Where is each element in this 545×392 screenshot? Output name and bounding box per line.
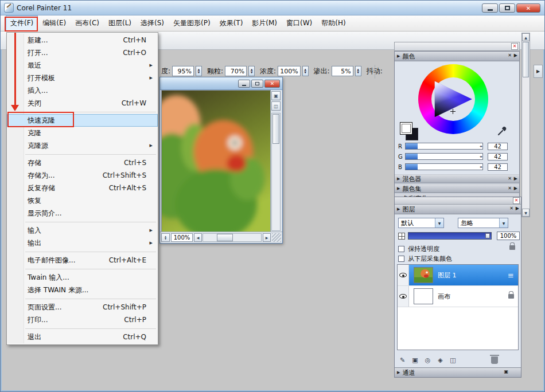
dock-scroll-down-button[interactable]: ▼ <box>522 209 530 217</box>
green-value[interactable]: 42 <box>488 153 508 160</box>
menu-item-acquire[interactable]: 输入▶ <box>7 224 158 237</box>
opacity-value[interactable]: 95% <box>172 66 194 76</box>
red-slider-arrows-icon[interactable]: ◂▸ <box>480 144 482 148</box>
composite-depth-select[interactable]: 忽略 ▼ <box>458 218 508 228</box>
menubar-item-shapes[interactable]: 矢量图形(P) <box>169 15 215 31</box>
hue-ring[interactable] <box>418 64 488 134</box>
grain-value[interactable]: 70% <box>225 66 247 76</box>
blue-value[interactable]: 42 <box>488 163 508 171</box>
channels-chevron-icon[interactable]: ▶ <box>397 370 400 375</box>
menu-item-recent[interactable]: 最近▶ <box>7 59 158 72</box>
menu-item-clone[interactable]: 克隆 <box>7 127 158 139</box>
layer-opacity-value[interactable]: 100% <box>497 232 520 240</box>
layers-menu-icon[interactable]: ▶ <box>516 206 519 211</box>
menu-item-get-info[interactable]: 显示简介... <box>7 207 158 219</box>
new-watercolor-layer-icon[interactable]: ◎ <box>423 356 432 364</box>
doc-horizontal-scroll-thumb[interactable] <box>217 234 233 241</box>
blue-slider[interactable]: ◂▸ <box>405 163 483 170</box>
menu-item-close[interactable]: 关闭Ctrl+W <box>7 97 158 109</box>
menu-item-save[interactable]: 存储Ctrl+S <box>7 156 158 169</box>
menu-item-print[interactable]: 打印...Ctrl+P <box>7 313 158 326</box>
color-marker-icon[interactable] <box>450 109 456 114</box>
color-set-menu-icon[interactable]: ▶ <box>514 186 517 191</box>
main-color-swatch[interactable] <box>400 122 412 135</box>
red-value[interactable]: 42 <box>488 143 508 150</box>
doc-vertical-scrollbar[interactable] <box>271 113 281 231</box>
composite-method-dropdown-icon[interactable]: ▼ <box>435 218 443 228</box>
doc-maximize-button[interactable] <box>251 80 263 88</box>
zoom-level[interactable]: 100% <box>171 233 193 242</box>
dock-scrollbar[interactable]: ▲ ▼ <box>521 33 530 217</box>
mixer-panel-header[interactable]: ▶ 混色器 ✕▶ <box>395 174 519 183</box>
layer1-visibility-toggle[interactable] <box>398 265 409 285</box>
opacity-spinner[interactable]: ▲▼ <box>196 66 202 76</box>
green-slider-arrows-icon[interactable]: ◂▸ <box>480 154 482 158</box>
menu-item-export[interactable]: 输出▶ <box>7 237 158 249</box>
menubar-item-effects[interactable]: 效果(T) <box>215 15 248 31</box>
layers-chevron-icon[interactable]: ▶ <box>397 207 400 211</box>
composite-method-select[interactable]: 默认 ▼ <box>398 218 444 228</box>
menu-item-page-setup[interactable]: 页面设置...Ctrl+Shift+P <box>7 301 158 313</box>
dock-scroll-thumb[interactable] <box>523 42 529 77</box>
menu-item-select-twain-source[interactable]: 选择 TWAIN 来源... <box>7 284 158 296</box>
layers-palette-strip[interactable]: ✕ <box>395 197 521 205</box>
bleed-spinner[interactable]: ▲▼ <box>355 66 361 76</box>
layer-row-canvas[interactable]: 画布 <box>398 286 518 307</box>
resize-grip[interactable] <box>272 233 281 242</box>
dock-scroll-up-button[interactable]: ▲ <box>522 33 530 41</box>
channels-panel-header[interactable]: ▶ 通道 ▣ <box>395 367 521 377</box>
resat-spinner[interactable]: ▲▼ <box>302 66 309 76</box>
doc-drawer-button-1[interactable]: ▣ <box>271 91 281 100</box>
document-titlebar[interactable]: ✕ <box>160 77 282 90</box>
color-set-panel-header[interactable]: ▶ 颜色集 ✕▶ <box>395 184 519 193</box>
menubar-item-select[interactable]: 选择(S) <box>136 15 169 31</box>
zoom-spinner[interactable]: ▲▼ <box>161 233 170 242</box>
doc-close-button[interactable]: ✕ <box>264 80 280 88</box>
dynamic-plugins-icon[interactable]: ✎ <box>398 356 407 364</box>
channels-box-icon[interactable]: ▣ <box>504 369 508 374</box>
menubar-item-movie[interactable]: 影片(M) <box>247 15 282 31</box>
menu-item-twain-acquire[interactable]: Twain 输入... <box>7 271 158 284</box>
pickup-color-checkbox[interactable] <box>398 256 404 262</box>
delete-layer-trash-icon[interactable] <box>491 356 498 364</box>
menu-item-email-image[interactable]: 电子邮件图像...Ctrl+Alt+E <box>7 254 158 266</box>
menubar-item-layers[interactable]: 图层(L) <box>104 15 136 31</box>
eyedropper-icon[interactable] <box>497 125 507 138</box>
layer-row-layer1[interactable]: 图层 1 ≡ <box>398 265 518 286</box>
palette-drawer-bar[interactable]: ✕ <box>394 42 520 51</box>
menu-item-iterative-save[interactable]: 反复存储Ctrl+Alt+S <box>7 182 158 194</box>
doc-drawer-button-2[interactable]: ◫ <box>271 101 281 111</box>
maximize-button[interactable] <box>499 3 515 13</box>
mixer-chevron-icon[interactable]: ▶ <box>397 177 400 181</box>
layers-close-icon[interactable]: ✕ <box>509 206 513 211</box>
menu-item-open-template[interactable]: 打开模板▶ <box>7 72 158 84</box>
colors-panel-header[interactable]: ▶ 颜色 ✕ ▶ <box>395 52 519 61</box>
mixer-menu-icon[interactable]: ▶ <box>514 176 517 181</box>
mixer-close-icon[interactable]: ✕ <box>508 176 512 181</box>
colors-menu-icon[interactable]: ▶ <box>514 53 517 58</box>
menu-item-quit[interactable]: 退出Ctrl+Q <box>7 331 158 343</box>
menu-item-place[interactable]: 插入... <box>7 84 158 97</box>
close-button[interactable]: ✕ <box>516 3 540 13</box>
palette-close-button[interactable]: ✕ <box>511 43 518 50</box>
menu-item-clone-source[interactable]: 克隆源▶ <box>7 139 158 152</box>
colors-close-icon[interactable]: ✕ <box>508 53 512 58</box>
scroll-right-button[interactable]: ▶ <box>263 233 271 242</box>
color-set-chevron-icon[interactable]: ▶ <box>397 186 400 191</box>
bleed-value[interactable]: 5% <box>332 66 353 76</box>
canvas-image-lovebirds[interactable] <box>161 90 271 232</box>
layer-mask-icon[interactable]: ◫ <box>449 356 457 364</box>
grain-spinner[interactable]: ▲▼ <box>248 66 255 76</box>
color-set-close-icon[interactable]: ✕ <box>508 186 512 191</box>
menu-item-save-as[interactable]: 存储为...Ctrl+Shift+S <box>7 169 158 182</box>
blue-slider-arrows-icon[interactable]: ◂▸ <box>480 164 482 168</box>
menubar-item-edit[interactable]: 编辑(E) <box>38 15 71 31</box>
menubar-item-help[interactable]: 帮助(H) <box>317 15 350 31</box>
doc-minimize-button[interactable] <box>238 80 250 88</box>
doc-vertical-scroll-thumb[interactable] <box>272 114 279 144</box>
menu-item-new[interactable]: 新建...Ctrl+N <box>7 34 158 46</box>
layer-opacity-slider[interactable] <box>408 232 492 240</box>
preserve-transparency-checkbox[interactable] <box>398 246 404 252</box>
minimize-button[interactable] <box>482 3 498 13</box>
layer-opacity-knob[interactable] <box>485 233 490 238</box>
